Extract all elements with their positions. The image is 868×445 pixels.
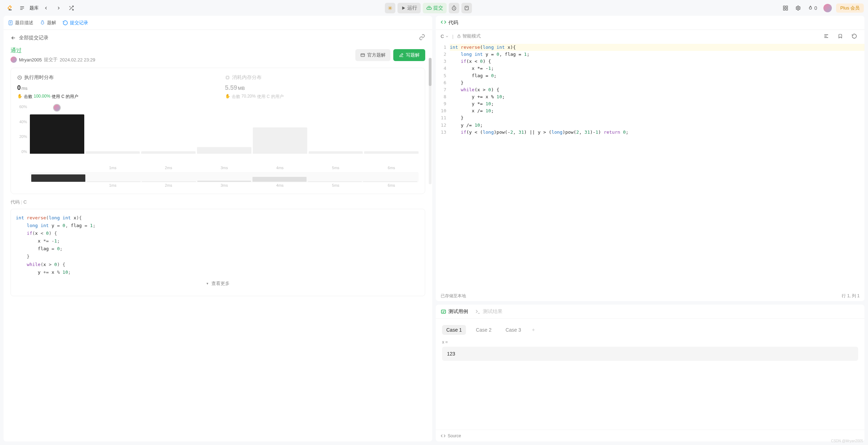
- tab-submissions[interactable]: 提交记录: [63, 20, 88, 26]
- code-editor[interactable]: 12345678910111213 int reverse(long int x…: [436, 42, 864, 291]
- show-more-button[interactable]: ▾ 查看更多: [16, 276, 420, 291]
- svg-rect-10: [361, 53, 365, 56]
- memory-icon: [225, 75, 230, 80]
- case-tab[interactable]: Case 1: [442, 325, 466, 335]
- add-case-button[interactable]: ＋: [531, 327, 536, 333]
- submitted-code-box: int reverse(long int x){ long int y = 0,…: [11, 209, 425, 296]
- svg-marker-1: [402, 6, 405, 9]
- beat-hand-icon-dim: ✋: [225, 94, 230, 100]
- left-panel: 题目描述 题解 提交记录 全部提交记录: [4, 16, 432, 441]
- back-all-submissions[interactable]: 全部提交记录: [19, 35, 48, 41]
- lang-selector[interactable]: C: [441, 34, 449, 39]
- notes-icon[interactable]: [461, 3, 472, 13]
- leetcode-logo-icon[interactable]: [4, 4, 15, 12]
- timer-icon[interactable]: [449, 3, 459, 13]
- right-panel: 代码 C | 智能模式: [436, 16, 864, 441]
- clock-icon: [17, 75, 22, 80]
- case-var-label: x =: [442, 340, 858, 345]
- save-status: 已存储至本地: [441, 293, 466, 299]
- top-toolbar: 题库 运行 提交: [0, 0, 868, 16]
- tab-solution[interactable]: 题解: [40, 20, 56, 26]
- runtime-beat-pct: 100.00%: [34, 94, 50, 100]
- svg-rect-7: [786, 8, 788, 10]
- watermark: CSDN @Mryan2005: [831, 439, 863, 443]
- chart-bar[interactable]: [364, 151, 419, 154]
- code-header-label: 代码: [448, 20, 458, 26]
- svg-rect-5: [786, 6, 788, 8]
- back-arrow-icon[interactable]: [11, 35, 16, 41]
- list-icon[interactable]: [17, 3, 27, 13]
- reset-icon[interactable]: [849, 31, 860, 41]
- scrollbar[interactable]: [429, 58, 432, 184]
- svg-rect-6: [783, 8, 785, 10]
- stats-card: 执行用时分布 0ms ✋ 击败 100.00% 使用 C 的用户: [11, 68, 425, 194]
- test-cases-tab[interactable]: 测试用例: [441, 308, 468, 315]
- case-tab[interactable]: Case 2: [472, 325, 495, 335]
- svg-rect-4: [783, 6, 785, 8]
- official-solution-button[interactable]: 官方题解: [355, 49, 390, 61]
- chart-bar[interactable]: [309, 151, 363, 154]
- beat-hand-icon: ✋: [17, 94, 22, 100]
- result-status: 通过: [11, 47, 95, 54]
- memory-beat-pct: 70.20%: [242, 94, 256, 100]
- submitted-at: 2024.02.22 23:29: [60, 57, 95, 62]
- test-results-tab[interactable]: 测试结果: [475, 308, 502, 315]
- svg-point-0: [389, 7, 391, 9]
- chart-bar[interactable]: [197, 147, 251, 154]
- plus-badge[interactable]: Plus 会员: [836, 4, 864, 13]
- problems-link[interactable]: 题库: [29, 5, 39, 11]
- chart-user-avatar: [53, 104, 61, 112]
- layout-icon[interactable]: [780, 3, 791, 13]
- source-code-icon: [441, 433, 446, 438]
- source-footer-label[interactable]: Source: [448, 433, 461, 438]
- chart-bar[interactable]: [141, 151, 196, 154]
- svg-rect-13: [458, 36, 460, 38]
- submit-button[interactable]: 提交: [423, 3, 447, 13]
- settings-icon[interactable]: [793, 3, 803, 13]
- tab-description[interactable]: 题目描述: [8, 20, 33, 26]
- svg-rect-3: [465, 6, 468, 10]
- chart-bar[interactable]: [253, 127, 307, 154]
- svg-rect-12: [226, 77, 229, 79]
- lock-icon: [457, 34, 461, 38]
- code-angle-icon: [441, 19, 446, 26]
- author-avatar: [11, 57, 17, 63]
- debug-icon[interactable]: [385, 3, 395, 13]
- memory-value: 5.59: [225, 84, 237, 91]
- case-input[interactable]: 123: [442, 347, 858, 361]
- chart-bar[interactable]: [30, 114, 84, 154]
- share-link-icon[interactable]: [419, 34, 425, 41]
- streak-icon[interactable]: 0: [805, 3, 819, 13]
- format-icon[interactable]: [821, 31, 831, 41]
- runtime-value: 0: [17, 84, 21, 91]
- write-solution-button[interactable]: 写题解: [393, 49, 425, 61]
- prev-icon[interactable]: [41, 3, 51, 13]
- svg-point-8: [797, 7, 799, 9]
- shuffle-icon[interactable]: [66, 3, 77, 13]
- next-icon[interactable]: [53, 3, 64, 13]
- case-tab[interactable]: Case 3: [501, 325, 525, 335]
- author-name[interactable]: Mryan2005: [19, 57, 42, 62]
- mode-label[interactable]: 智能模式: [457, 33, 481, 39]
- runtime-chart: 60%40%20%0%: [17, 105, 419, 164]
- chart-bar[interactable]: [86, 151, 140, 154]
- avatar[interactable]: [821, 3, 834, 13]
- cursor-position: 行 1, 列 1: [842, 293, 860, 299]
- bookmark-icon[interactable]: [835, 31, 846, 41]
- run-button[interactable]: 运行: [397, 3, 421, 13]
